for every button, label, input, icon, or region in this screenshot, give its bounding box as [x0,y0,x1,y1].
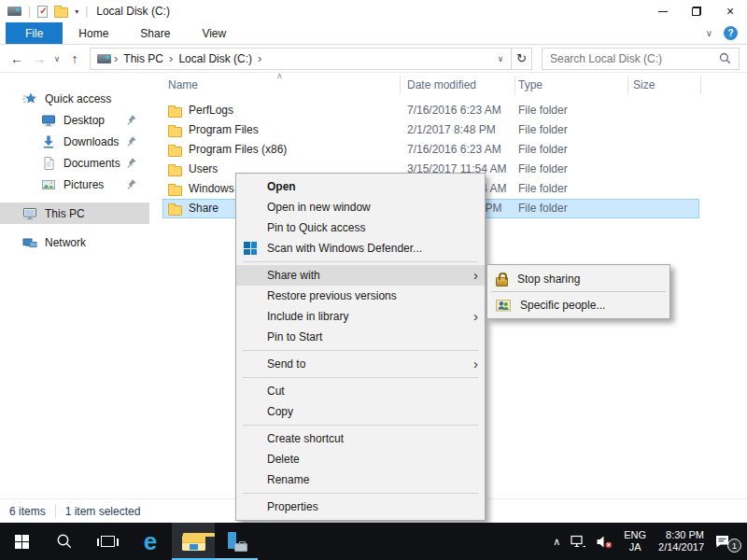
menu-item-share-with[interactable]: Share with › [236,265,485,286]
computer-management-icon [226,532,247,552]
breadcrumb-local-disk[interactable]: Local Disk (C:) [176,52,255,65]
menu-separator [243,493,478,494]
search-input[interactable] [550,52,719,65]
people-icon [496,298,511,313]
menu-item-create-shortcut[interactable]: Create shortcut [236,428,485,449]
tab-file-label: File [25,27,43,40]
menu-label: Open in new window [267,201,371,214]
submenu-item-specific-people[interactable]: Specific people... [487,293,669,316]
tab-home-label: Home [78,27,108,40]
tab-share[interactable]: Share [124,22,186,44]
clock[interactable]: 8:30 PM 2/14/2017 [652,529,711,553]
menu-item-scan-with-windows-defender[interactable]: Scan with Windows Defender... [236,238,485,259]
column-header-size[interactable]: Size [633,78,655,91]
sidebar-label: Documents [63,157,120,170]
item-count: 6 items [9,505,46,518]
pin-icon [124,113,138,127]
back-button[interactable]: ← [6,51,28,66]
column-divider[interactable] [400,76,401,94]
qat-customize-caret-icon[interactable]: ▾ [75,7,78,16]
column-divider[interactable] [514,76,515,94]
breadcrumb-this-pc[interactable]: This PC [120,52,166,65]
menu-item-delete[interactable]: Delete [236,449,485,469]
title-bar: | ▾ | Local Disk (C:) × [0,0,747,22]
taskbar-search-button[interactable] [43,523,86,560]
column-header-type[interactable]: Type [518,78,543,91]
menu-item-cut[interactable]: Cut [236,381,485,401]
menu-item-rename[interactable]: Rename [236,469,485,490]
menu-item-pin-to-quick-access[interactable]: Pin to Quick access [236,217,485,238]
network-tray-icon[interactable] [565,535,591,549]
volume-muted-icon[interactable] [591,535,618,549]
task-view-button[interactable] [86,523,129,560]
breadcrumb-sep-icon[interactable]: › [258,51,261,65]
tab-file[interactable]: File [6,22,63,44]
sidebar-item-documents[interactable]: Documents [0,152,149,174]
menu-item-open-in-new-window[interactable]: Open in new window [236,197,485,217]
address-dropdown-icon[interactable]: ∨ [490,49,511,69]
sidebar-item-quick-access[interactable]: Quick access [0,88,149,109]
forward-button[interactable]: → [28,51,50,66]
pin-icon [124,156,138,170]
show-hidden-icons-chevron[interactable]: ∧ [548,536,565,548]
recent-locations-icon[interactable]: ∨ [50,54,63,63]
address-bar: ← → ∨ ↑ › This PC › Local Disk (C:) › ∨ … [0,45,747,73]
tab-home[interactable]: Home [63,22,124,44]
tab-view[interactable]: View [186,22,242,44]
column-header-date-modified[interactable]: Date modified [407,78,476,91]
breadcrumb: › This PC › Local Disk (C:) › [91,49,490,69]
file-type: File folder [518,104,568,117]
menu-label: Scan with Windows Defender... [267,242,422,255]
menu-item-open[interactable]: Open [236,176,485,197]
windows-defender-icon [244,242,257,255]
file-name: Windows [189,182,234,195]
menu-item-restore-previous-versions[interactable]: Restore previous versions [236,286,485,306]
sidebar-item-network[interactable]: Network [0,231,149,253]
address-box[interactable]: › This PC › Local Disk (C:) › ∨ ↻ [90,48,532,70]
column-divider[interactable] [700,76,701,94]
expand-ribbon-icon[interactable]: ∨ [706,28,712,38]
file-row-program-files[interactable]: Program Files 2/1/2017 8:48 PM File fold… [149,120,747,140]
computer-management-button[interactable] [215,523,258,560]
menu-item-send-to[interactable]: Send to › [236,354,485,374]
file-row-perflogs[interactable]: PerfLogs 7/16/2016 6:23 AM File folder [149,101,747,120]
qat-properties-icon[interactable] [37,6,48,18]
restore-button[interactable] [680,0,713,22]
task-view-icon [101,536,115,547]
menu-label: Restore previous versions [267,289,397,302]
file-row-program-files-x86[interactable]: Program Files (x86) 7/16/2016 6:23 AM Fi… [149,140,747,160]
drive-icon [97,54,111,63]
folder-icon [168,205,182,216]
search-icon[interactable] [719,52,731,64]
submenu-item-stop-sharing[interactable]: Stop sharing [487,267,669,290]
close-button[interactable]: × [713,0,747,22]
selection-count: 1 item selected [65,505,141,518]
window-title: Local Disk (C:) [96,5,170,18]
sidebar-item-desktop[interactable]: Desktop [0,109,149,131]
file-explorer-button[interactable] [172,523,215,560]
column-divider[interactable] [627,76,628,94]
breadcrumb-sep-icon[interactable]: › [169,51,173,65]
up-button[interactable]: ↑ [63,51,86,66]
breadcrumb-sep-icon[interactable]: › [114,51,118,65]
sidebar-item-pictures[interactable]: Pictures [0,174,149,195]
drive-app-icon[interactable] [7,7,21,16]
column-header-name[interactable]: Name [168,78,198,91]
language-indicator[interactable]: ENG JA [618,529,652,553]
qat-new-folder-icon[interactable] [54,7,68,18]
refresh-icon[interactable]: ↻ [511,49,531,69]
explorer-window: | ▾ | Local Disk (C:) × File Home Share … [0,0,747,560]
minimize-button[interactable] [646,0,680,22]
sidebar-item-downloads[interactable]: Downloads [0,131,149,152]
edge-button[interactable]: e [129,523,172,560]
action-center-button[interactable]: 1 [711,534,741,549]
start-button[interactable] [0,523,43,560]
menu-item-pin-to-start[interactable]: Pin to Start [236,327,485,347]
menu-item-copy[interactable]: Copy [236,401,485,422]
menu-item-include-in-library[interactable]: Include in library › [236,306,485,327]
sidebar-item-this-pc[interactable]: This PC [0,203,149,224]
submenu-arrow-icon: › [473,265,478,286]
menu-item-properties[interactable]: Properties [236,497,485,517]
help-icon[interactable]: ? [724,26,738,40]
menu-label: Pin to Quick access [267,221,365,234]
